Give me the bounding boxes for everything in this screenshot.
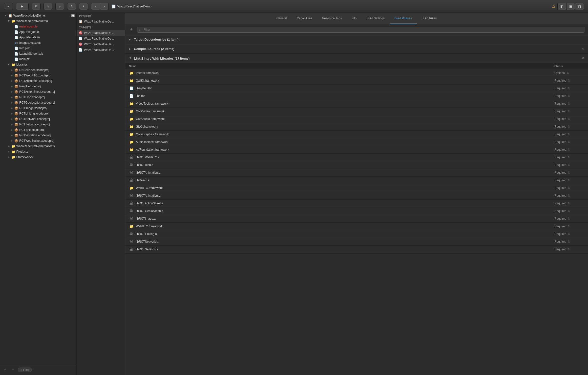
sidebar-products-folder[interactable]: ▶ 📁 Products [0, 149, 76, 154]
search-button[interactable]: ⌕ [55, 3, 64, 10]
sidebar-item-rctwebsocket[interactable]: ▶ 📦 RCTWebSocket.xcodeproj [0, 138, 76, 143]
sidebar-item-rctsettings[interactable]: ▶ 📦 RCTSettings.xcodeproj [0, 122, 76, 127]
stop-button[interactable]: ■ [4, 3, 13, 10]
sidebar-item-rctnetwork[interactable]: ▶ 📦 RCTNetwork.xcodeproj [0, 116, 76, 122]
lib-row-coregraphics[interactable]: 📁 CoreGraphics.framework Required ⇅ [125, 131, 588, 138]
sidebar-item-main-m[interactable]: 📄 main.m [0, 56, 76, 62]
remove-file-button[interactable]: − [10, 367, 16, 373]
warning-icon: ⚠ [552, 4, 555, 9]
tab-build-settings[interactable]: Build Settings [361, 13, 389, 24]
lib-row-corevideo[interactable]: 📁 CoreVideo.framework Required ⇅ [125, 108, 588, 115]
lib-row-librctlinking[interactable]: 🏛 libRCTLinking.a Required ⇅ [125, 230, 588, 238]
lib-row-webrtc1[interactable]: 📁 WebRTC.framework Required ⇅ [125, 184, 588, 192]
lib-row-audiotoolbox[interactable]: 📁 AudioToolbox.framework Required ⇅ [125, 138, 588, 146]
breakpoints-button[interactable]: ✦ [79, 3, 88, 10]
sidebar-filter[interactable]: ⌕ Filter [18, 368, 32, 372]
lib-row-coreaudio[interactable]: 📁 CoreAudio.framework Required ⇅ [125, 115, 588, 123]
target-icon-1: 📄 [79, 37, 83, 40]
tab-resource-tags[interactable]: Resource Tags [317, 13, 347, 24]
lib-row-librctwebrtc[interactable]: 🏛 libRCTWebRTC.a Required ⇅ [125, 154, 588, 161]
phase-compile-close[interactable]: × [582, 47, 584, 51]
left-panel-toggle[interactable]: ◧ [557, 3, 566, 10]
sidebar-libraries-folder[interactable]: ▶ 📁 Libraries [0, 62, 76, 67]
lib-row-librctblob[interactable]: 🏛 libRCTBlob.a Required ⇅ [125, 161, 588, 169]
back-button[interactable]: ‹ [91, 3, 100, 10]
sidebar-item-rncallkeep[interactable]: ▶ 📦 RNCallKeep.xcodeproj [0, 67, 76, 73]
tab-build-rules[interactable]: Build Rules [417, 13, 442, 24]
lib-row-libsqlite3[interactable]: 📄 libsqlite3.tbd Required ⇅ [125, 85, 588, 92]
lib-status: Required ⇅ [554, 232, 584, 236]
sidebar-item-rctvibration[interactable]: ▶ 📦 RCTVibration.xcodeproj [0, 133, 76, 138]
sidebar-item-rctactionsheet[interactable]: ▶ 📦 RCTActionSheet.xcodeproj [0, 89, 76, 94]
lib-row-libc[interactable]: 📄 libc.tbd Required ⇅ [125, 92, 588, 100]
phase-target-dep-header[interactable]: ▶ Target Dependencies (1 item) [125, 35, 588, 44]
lib-row-intents[interactable]: 📁 Intents.framework Optional ⇅ [125, 69, 588, 77]
sidebar-item-rctlinking[interactable]: ▶ 📦 RCTLinking.xcodeproj [0, 111, 76, 116]
lib-status: Optional ⇅ [554, 71, 584, 75]
phase-link-close[interactable]: × [582, 56, 584, 61]
tab-capabilities[interactable]: Capabilities [292, 13, 317, 24]
tab-general[interactable]: General [272, 13, 292, 24]
add-file-button[interactable]: + [2, 367, 8, 373]
target-nav-item-3[interactable]: 📄 WazoReactNativeDe... [77, 47, 125, 53]
lib-row-callkit[interactable]: 📁 CallKit.framework Required ⇅ [125, 77, 588, 85]
lib-name: libRCTBlob.a [136, 163, 554, 167]
sidebar-item-images-xcassets[interactable]: 🗂 Images.xcassets [0, 40, 76, 46]
lib-row-librctnetwork[interactable]: 🏛 libRCTNetwork.a Required ⇅ [125, 238, 588, 246]
sidebar-main-folder[interactable]: ▶ 📁 WazoReactNativeDemo [0, 18, 76, 24]
sidebar-frameworks-folder[interactable]: ▶ 📁 Frameworks [0, 154, 76, 160]
target-nav-item-1[interactable]: 📄 WazoReactNativeDe... [77, 36, 125, 41]
lib-row-librctanimation[interactable]: 🏛 libRCTAnimation.a Required ⇅ [125, 169, 588, 177]
xcodeproj-icon: 📦 [14, 117, 18, 121]
add-phase-button[interactable]: + [128, 26, 135, 33]
sidebar-tests-folder[interactable]: ▶ 📁 WazoReactNativeDemoTests [0, 143, 76, 149]
sidebar-item-react[interactable]: ▶ 📦 React.xcodeproj [0, 84, 76, 89]
sidebar-item-rcttext[interactable]: ▶ 📦 RCTText.xcodeproj [0, 127, 76, 133]
filter-input[interactable] [137, 27, 585, 33]
filter-wrapper: ⌕ [137, 27, 585, 33]
right-panel-toggle[interactable]: ◨ [575, 3, 584, 10]
phase-compile-header[interactable]: ▶ Compile Sources (2 items) × [125, 44, 588, 53]
warning-button[interactable]: ⚠ [43, 3, 52, 10]
lib-row-librctactionsheet[interactable]: 🏛 libRCTActionSheet.a Required ⇅ [125, 200, 588, 207]
sidebar-item-rctgeolocation[interactable]: ▶ 📦 RCTGeolocation.xcodeproj [0, 100, 76, 105]
sidebar-item-appdelegate-m[interactable]: 📄 AppDelegate.m [0, 35, 76, 40]
phase-link-header[interactable]: ▶ Link Binary With Libraries (27 items) … [125, 54, 588, 63]
lib-row-librctimage[interactable]: 🏛 libRCTImage.a Required ⇅ [125, 215, 588, 223]
forward-button[interactable]: › [100, 3, 109, 10]
xcodeproj-icon: 📦 [14, 68, 18, 72]
lib-row-avfoundation[interactable]: 📁 AVFoundation.framework Required ⇅ [125, 146, 588, 154]
lib-row-glkit[interactable]: 📁 GLKit.framework Required ⇅ [125, 123, 588, 131]
target-nav-item-0[interactable]: 🎯 WazoReactNativeDe... [77, 30, 125, 36]
lib-name: libRCTAnimation.a [136, 194, 554, 197]
project-nav-icon: 📋 [79, 20, 83, 23]
lib-folder-icon: 📁 [129, 140, 134, 144]
lib-lib-icon: 🏛 [129, 209, 134, 213]
sidebar-item-info-plist[interactable]: 📄 Info.plist [0, 46, 76, 51]
lib-row-librctgeolocation[interactable]: 🏛 libRCTGeolocation.a Required ⇅ [125, 207, 588, 215]
lib-row-librctsettings[interactable]: 🏛 libRCTSettings.a Required ⇅ [125, 246, 588, 253]
sidebar-item-launchscreen[interactable]: 📄 LaunchScreen.xib [0, 51, 76, 56]
issue-button[interactable]: ⚑ [67, 3, 76, 10]
project-nav-item[interactable]: 📋 WazoReactNativeDe... [77, 19, 125, 24]
sidebar-item-appdelegate-h[interactable]: 📄 AppDelegate.h [0, 29, 76, 35]
sidebar-item-rctwebrtc[interactable]: ▶ 📦 RCTWebRTC.xcodeproj [0, 73, 76, 78]
target-nav-item-2[interactable]: 🎯 WazoReactNativeDe... [77, 41, 125, 47]
sidebar-item-main-jsbundle[interactable]: 📄 main.jsbundle [0, 24, 76, 29]
lib-name: AVFoundation.framework [136, 148, 554, 151]
lib-name: libRCTActionSheet.a [136, 202, 554, 205]
lib-lib-icon: 🏛 [129, 239, 134, 244]
lib-row-webrtc2[interactable]: 📁 WebRTC.framework Required ⇅ [125, 223, 588, 230]
sidebar-item-rctblob[interactable]: ▶ 📦 RCTBlob.xcodeproj [0, 94, 76, 100]
sidebar-root-item[interactable]: ▶ 📋 WazoReactNativeDemo M [0, 13, 76, 18]
sidebar-item-rctanimation[interactable]: ▶ 📦 RCTAnimation.xcodeproj [0, 78, 76, 84]
lib-row-librctanimation2[interactable]: 🏛 libRCTAnimation.a Required ⇅ [125, 192, 588, 200]
sidebar-item-rctimage[interactable]: ▶ 📦 RCTImage.xcodeproj [0, 105, 76, 111]
scheme-button[interactable]: ▶ [16, 3, 29, 10]
lib-row-libreact[interactable]: 🏛 libReact.a Required ⇅ [125, 177, 588, 184]
add-button[interactable]: ⊞ [32, 3, 41, 10]
bottom-panel-toggle[interactable]: ▣ [566, 3, 575, 10]
lib-row-videotoolbox[interactable]: 📁 VideoToolbox.framework Required ⇅ [125, 100, 588, 108]
tab-info[interactable]: Info [347, 13, 361, 24]
tab-build-phases[interactable]: Build Phases [390, 13, 417, 24]
